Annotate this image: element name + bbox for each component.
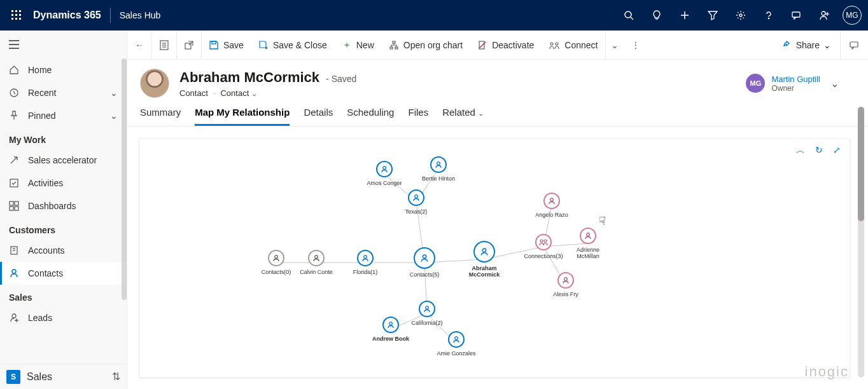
node-texas[interactable]: Texas(2) bbox=[388, 189, 445, 215]
sidebar-scrollbar[interactable] bbox=[122, 58, 127, 300]
doc-button[interactable] bbox=[152, 31, 177, 60]
tab-map-relationship[interactable]: Map My Relationship bbox=[195, 107, 290, 126]
nav-label: Leads bbox=[28, 313, 52, 323]
svg-point-69 bbox=[437, 162, 440, 165]
nav-section-mywork: My Work bbox=[0, 127, 127, 149]
svg-point-75 bbox=[550, 198, 554, 201]
app-name[interactable]: Sales Hub bbox=[120, 10, 161, 20]
svg-point-73 bbox=[540, 240, 543, 242]
share-button[interactable]: Share⌄ bbox=[774, 40, 840, 50]
svg-point-74 bbox=[544, 240, 547, 242]
tab-scheduling[interactable]: Scheduling bbox=[347, 107, 394, 126]
node-angelo[interactable]: Angelo Razo bbox=[523, 193, 580, 218]
node-bertie[interactable]: Bertie Hinton bbox=[410, 156, 467, 182]
chat-icon[interactable] bbox=[783, 0, 811, 31]
node-abraham[interactable]: Abraham McCormick bbox=[456, 241, 513, 278]
nav-activities[interactable]: Activities bbox=[0, 172, 127, 194]
svg-point-45 bbox=[550, 43, 553, 45]
nav-sales-accelerator[interactable]: Sales accelerator bbox=[0, 149, 127, 172]
svg-rect-3 bbox=[11, 14, 13, 16]
nav-accounts[interactable]: Accounts bbox=[0, 239, 127, 262]
owner-name[interactable]: Martin Guptill bbox=[771, 74, 820, 84]
svg-point-76 bbox=[587, 233, 590, 236]
assistant-icon[interactable] bbox=[840, 31, 868, 60]
app-launcher-icon[interactable] bbox=[6, 5, 27, 25]
connect-button[interactable]: Connect bbox=[542, 31, 605, 60]
node-andrew[interactable]: Andrew Book bbox=[362, 317, 419, 342]
svg-rect-40 bbox=[393, 41, 395, 43]
tab-related[interactable]: Related⌄ bbox=[442, 107, 484, 126]
svg-point-66 bbox=[482, 249, 486, 252]
plus-icon[interactable] bbox=[671, 0, 699, 31]
svg-rect-28 bbox=[15, 207, 18, 210]
area-badge: S bbox=[6, 370, 20, 384]
watermark: inogic bbox=[805, 364, 849, 380]
lightbulb-icon[interactable] bbox=[643, 0, 671, 31]
save-button[interactable]: Save bbox=[202, 31, 251, 60]
nav-label: Activities bbox=[28, 178, 63, 188]
node-contacts5[interactable]: Contacts(5) bbox=[396, 247, 453, 278]
svg-point-15 bbox=[768, 18, 769, 18]
search-icon[interactable] bbox=[615, 0, 643, 31]
node-florida[interactable]: Florida(1) bbox=[337, 250, 394, 275]
form-scrollbar[interactable] bbox=[858, 107, 864, 378]
nav-contacts[interactable]: Contacts bbox=[0, 262, 127, 285]
nav-section-sales: Sales bbox=[0, 285, 127, 306]
svg-point-67 bbox=[415, 195, 418, 198]
node-alexis[interactable]: Alexis Fry bbox=[537, 272, 594, 297]
back-button[interactable]: ← bbox=[127, 31, 152, 60]
nav-section-customers: Customers bbox=[0, 217, 127, 239]
svg-point-68 bbox=[383, 167, 386, 170]
svg-rect-7 bbox=[15, 18, 17, 20]
svg-line-10 bbox=[631, 17, 633, 20]
owner-dropdown[interactable]: ⌄ bbox=[827, 78, 843, 90]
overflow-button[interactable]: ⋮ bbox=[624, 31, 648, 60]
connect-dropdown[interactable]: ⌄ bbox=[605, 31, 624, 60]
sidebar-toggle[interactable] bbox=[0, 31, 127, 58]
popout-button[interactable] bbox=[177, 31, 202, 60]
node-amie[interactable]: Amie Gonzales bbox=[428, 331, 485, 357]
node-adrienne[interactable]: Adrienne McMillan bbox=[559, 228, 617, 259]
topbar-divider bbox=[110, 8, 111, 23]
nav-label: Accounts bbox=[28, 245, 65, 256]
svg-rect-39 bbox=[212, 41, 216, 44]
tab-files[interactable]: Files bbox=[408, 107, 428, 126]
nav-home[interactable]: Home bbox=[0, 58, 127, 81]
owner-avatar: MG bbox=[746, 74, 765, 93]
svg-rect-0 bbox=[11, 10, 13, 12]
new-button[interactable]: ＋New bbox=[335, 31, 382, 60]
share-label: Share bbox=[796, 40, 820, 50]
svg-rect-8 bbox=[19, 18, 21, 20]
svg-point-65 bbox=[423, 255, 426, 258]
svg-point-32 bbox=[12, 270, 16, 273]
brand-label: Dynamics 365 bbox=[33, 10, 101, 21]
person-icon[interactable] bbox=[811, 0, 839, 31]
nav-dashboards[interactable]: Dashboards bbox=[0, 194, 127, 217]
node-amos[interactable]: Amos Conger bbox=[356, 161, 413, 186]
new-label: New bbox=[356, 40, 374, 50]
filter-icon[interactable] bbox=[699, 0, 727, 31]
open-org-chart-button[interactable]: Open org chart bbox=[382, 31, 470, 60]
svg-rect-6 bbox=[11, 18, 13, 20]
record-save-status: - Saved bbox=[326, 74, 356, 84]
svg-rect-2 bbox=[19, 10, 21, 12]
tab-details[interactable]: Details bbox=[304, 107, 333, 126]
nav-recent[interactable]: Recent ⌄ bbox=[0, 81, 127, 104]
svg-rect-24 bbox=[10, 179, 18, 187]
deactivate-button[interactable]: Deactivate bbox=[470, 31, 542, 60]
nav-leads[interactable]: Leads bbox=[0, 306, 127, 329]
relationship-graph[interactable]: Contacts(0) Calvin Conte Florida(1) Cont… bbox=[139, 139, 850, 377]
nav-recent-label: Recent bbox=[28, 88, 56, 98]
area-switcher[interactable]: S Sales ⇅ bbox=[0, 364, 127, 389]
save-close-button[interactable]: Save & Close bbox=[251, 31, 335, 60]
user-avatar[interactable]: MG bbox=[843, 6, 862, 25]
gear-icon[interactable] bbox=[727, 0, 755, 31]
svg-point-64 bbox=[364, 256, 367, 259]
nav-pinned[interactable]: Pinned ⌄ bbox=[0, 104, 127, 127]
owner-role-label: Owner bbox=[771, 84, 820, 93]
svg-rect-4 bbox=[15, 14, 17, 16]
tab-summary[interactable]: Summary bbox=[140, 107, 181, 126]
form-selector[interactable]: Contact ⌄ bbox=[220, 88, 256, 98]
help-icon[interactable] bbox=[755, 0, 783, 31]
svg-rect-16 bbox=[792, 12, 800, 17]
